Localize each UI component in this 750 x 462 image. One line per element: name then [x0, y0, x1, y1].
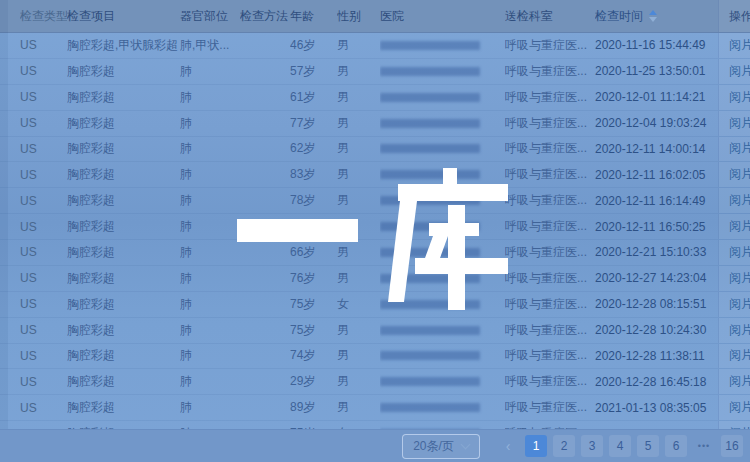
column-header-label: 检查类型 — [20, 8, 67, 25]
cell-hospital — [380, 369, 505, 394]
view-image-link[interactable]: 阅片 — [729, 373, 750, 390]
cell-organ: 肺 — [180, 318, 240, 343]
column-header-hospital: 医院 — [380, 0, 505, 32]
view-image-link[interactable]: 阅片 — [729, 115, 750, 132]
table-row: US胸腔彩超肺77岁男呼吸与重症医...2020-12-04 19:03:24阅… — [0, 111, 750, 137]
column-header-item: 检查项目 — [67, 0, 180, 32]
cell-action: 阅片 — [718, 266, 750, 291]
page-button-6[interactable]: 6 — [665, 435, 687, 457]
column-header-age: 年龄 — [290, 0, 337, 32]
cell-action: 阅片 — [718, 137, 750, 162]
cell-item: 胸腔彩超,甲状腺彩超 — [67, 33, 180, 58]
cell-item: 胸腔彩超 — [67, 395, 180, 420]
cell-hospital — [380, 33, 505, 58]
view-image-link[interactable]: 阅片 — [729, 270, 750, 287]
column-header-type: 检查类型 — [20, 0, 67, 32]
cell-dept: 呼吸与重症医... — [505, 266, 595, 291]
cell-dept: 呼吸与重症医... — [505, 214, 595, 239]
view-image-link[interactable]: 阅片 — [729, 37, 750, 54]
cell-type: US — [20, 33, 67, 58]
cell-age: 83岁 — [290, 162, 337, 187]
cell-hospital — [380, 214, 505, 239]
cell-action: 阅片 — [718, 188, 750, 213]
cell-type: US — [20, 292, 67, 317]
page-ellipsis[interactable]: ••• — [693, 435, 715, 457]
cell-time: 2020-11-16 15:44:49 — [595, 33, 718, 58]
cell-item: 胸腔彩超 — [67, 318, 180, 343]
page-size-select[interactable]: 20条/页 — [402, 434, 480, 459]
cell-gender: 男 — [337, 240, 380, 265]
cell-hospital — [380, 240, 505, 265]
table-row: US胸腔彩超肺76岁男呼吸与重症医...2020-12-27 14:23:04阅… — [0, 266, 750, 292]
view-image-link[interactable]: 阅片 — [729, 89, 750, 106]
column-header-label: 性别 — [337, 8, 361, 25]
cell-gender: 男 — [337, 59, 380, 84]
view-image-link[interactable]: 阅片 — [729, 296, 750, 313]
cell-method — [240, 162, 290, 187]
table-row: US胸腔彩超肺74岁男呼吸与重症医...2020-12-28 11:38:11阅… — [0, 344, 750, 370]
cell-dept: 呼吸与重症医... — [505, 137, 595, 162]
table-row: US胸腔彩超肺89岁男呼吸与重症医...2021-01-13 08:35:05阅… — [0, 395, 750, 421]
redacted-hospital-value — [380, 93, 480, 102]
pagination-bar: 20条/页 ‹ 123456•••16 — [0, 429, 750, 462]
exam-list-screen: 检查类型检查项目器官部位检查方法年龄性别医院送检科室检查时间操作 US胸腔彩超,… — [0, 0, 750, 462]
page-button-3[interactable]: 3 — [581, 435, 603, 457]
view-image-link[interactable]: 阅片 — [729, 166, 750, 183]
cell-item: 胸腔彩超 — [67, 214, 180, 239]
column-header-time[interactable]: 检查时间 — [595, 0, 718, 32]
cell-organ: 肺 — [180, 188, 240, 213]
view-image-link[interactable]: 阅片 — [729, 63, 750, 80]
cell-age: 75岁 — [290, 318, 337, 343]
column-header-label: 检查项目 — [67, 8, 115, 25]
cell-action: 阅片 — [718, 214, 750, 239]
view-image-link[interactable]: 阅片 — [729, 322, 750, 339]
page-button-2[interactable]: 2 — [553, 435, 575, 457]
view-image-link[interactable]: 阅片 — [729, 192, 750, 209]
view-image-link[interactable]: 阅片 — [729, 347, 750, 364]
sort-caret-icon[interactable] — [649, 10, 657, 22]
cell-method — [240, 240, 290, 265]
cell-hospital — [380, 395, 505, 420]
page-button-1[interactable]: 1 — [525, 435, 547, 457]
cell-organ: 肺 — [180, 59, 240, 84]
cell-type: US — [20, 85, 67, 110]
cell-action: 阅片 — [718, 369, 750, 394]
cell-organ: 肺 — [180, 266, 240, 291]
page-button-5[interactable]: 5 — [637, 435, 659, 457]
redacted-hospital-value — [380, 300, 480, 309]
cell-item: 胸腔彩超 — [67, 111, 180, 136]
table-row: US胸腔彩超肺83岁男呼吸与重症医...2020-12-11 16:02:05阅… — [0, 162, 750, 188]
prev-page-button[interactable]: ‹ — [497, 435, 519, 457]
chevron-down-icon — [460, 440, 470, 450]
page-button-4[interactable]: 4 — [609, 435, 631, 457]
view-image-link[interactable]: 阅片 — [729, 140, 750, 157]
cell-gender: 男 — [337, 266, 380, 291]
table-row: US胸腔彩超肺62岁男呼吸与重症医...2020-12-11 14:00:14阅… — [0, 137, 750, 163]
cell-dept: 呼吸与重症医... — [505, 240, 595, 265]
cell-gender: 男 — [337, 137, 380, 162]
cell-dept: 呼吸与重症医... — [505, 85, 595, 110]
view-image-link[interactable]: 阅片 — [729, 218, 750, 235]
cell-type: US — [20, 59, 67, 84]
redacted-hospital-value — [380, 377, 480, 386]
table-row: US胸腔彩超肺76岁女呼吸与重症医...2020-12-11 16:50:25阅… — [0, 214, 750, 240]
cell-time: 2020-12-28 08:15:51 — [595, 292, 718, 317]
page-button-16[interactable]: 16 — [721, 435, 743, 457]
page-buttons: ‹ 123456•••16 — [494, 435, 746, 457]
column-header-action: 操作 — [718, 0, 750, 32]
view-image-link[interactable]: 阅片 — [729, 399, 750, 416]
cell-type: US — [20, 137, 67, 162]
redacted-hospital-value — [380, 67, 480, 76]
column-header-label: 送检科室 — [505, 8, 553, 25]
page-size-label: 20条/页 — [413, 438, 454, 455]
cell-age: 66岁 — [290, 240, 337, 265]
cell-dept: 呼吸与重症医... — [505, 344, 595, 369]
cell-action: 阅片 — [718, 33, 750, 58]
cell-action: 阅片 — [718, 240, 750, 265]
table-body: US胸腔彩超,甲状腺彩超肺,甲状...46岁男呼吸与重症医...2020-11-… — [0, 33, 750, 447]
table-row: US胸腔彩超肺57岁男呼吸与重症医...2020-11-25 13:50:01阅… — [0, 59, 750, 85]
left-edge-strip — [0, 0, 8, 462]
column-header-label: 检查方法 — [240, 8, 288, 25]
cell-dept: 呼吸与重症医... — [505, 318, 595, 343]
view-image-link[interactable]: 阅片 — [729, 244, 750, 261]
